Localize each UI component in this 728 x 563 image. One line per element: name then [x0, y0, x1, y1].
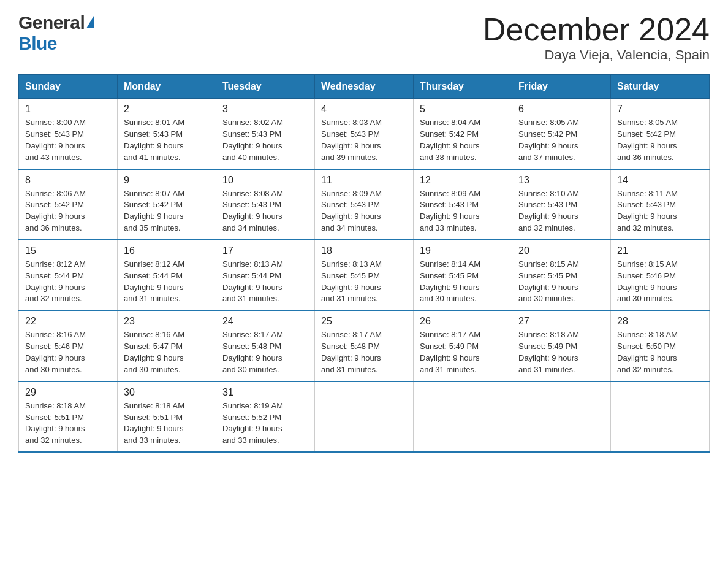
calendar-cell [414, 381, 512, 452]
weekday-header-thursday: Thursday [414, 75, 512, 99]
day-info: Sunrise: 8:16 AMSunset: 5:47 PMDaylight:… [124, 329, 210, 375]
calendar-table: SundayMondayTuesdayWednesdayThursdayFrid… [18, 74, 710, 453]
day-number: 6 [518, 104, 604, 115]
day-info: Sunrise: 8:09 AMSunset: 5:43 PMDaylight:… [420, 188, 506, 234]
calendar-cell: 13Sunrise: 8:10 AMSunset: 5:43 PMDayligh… [512, 169, 611, 240]
day-number: 20 [518, 245, 604, 256]
calendar-cell: 24Sunrise: 8:17 AMSunset: 5:48 PMDayligh… [216, 310, 315, 381]
day-info: Sunrise: 8:02 AMSunset: 5:43 PMDaylight:… [222, 117, 308, 163]
day-info: Sunrise: 8:15 AMSunset: 5:46 PMDaylight:… [617, 259, 703, 305]
day-number: 28 [617, 316, 703, 327]
day-info: Sunrise: 8:17 AMSunset: 5:48 PMDaylight:… [321, 329, 407, 375]
day-info: Sunrise: 8:11 AMSunset: 5:43 PMDaylight:… [617, 188, 703, 234]
day-info: Sunrise: 8:18 AMSunset: 5:51 PMDaylight:… [25, 400, 111, 446]
calendar-cell: 28Sunrise: 8:18 AMSunset: 5:50 PMDayligh… [611, 310, 710, 381]
day-info: Sunrise: 8:00 AMSunset: 5:43 PMDaylight:… [25, 117, 111, 163]
weekday-header-monday: Monday [118, 75, 216, 99]
calendar-cell: 15Sunrise: 8:12 AMSunset: 5:44 PMDayligh… [19, 240, 118, 310]
calendar-cell: 5Sunrise: 8:04 AMSunset: 5:42 PMDaylight… [414, 99, 512, 169]
day-number: 26 [420, 316, 506, 327]
day-number: 12 [420, 175, 506, 186]
day-info: Sunrise: 8:17 AMSunset: 5:49 PMDaylight:… [420, 329, 506, 375]
page-header: General Blue December 2024 Daya Vieja, V… [18, 12, 710, 63]
day-info: Sunrise: 8:17 AMSunset: 5:48 PMDaylight:… [222, 329, 308, 375]
day-info: Sunrise: 8:07 AMSunset: 5:42 PMDaylight:… [124, 188, 210, 234]
calendar-cell: 25Sunrise: 8:17 AMSunset: 5:48 PMDayligh… [315, 310, 414, 381]
calendar-week-row: 1Sunrise: 8:00 AMSunset: 5:43 PMDaylight… [19, 99, 710, 169]
day-info: Sunrise: 8:13 AMSunset: 5:45 PMDaylight:… [321, 259, 407, 305]
calendar-cell: 9Sunrise: 8:07 AMSunset: 5:42 PMDaylight… [118, 169, 216, 240]
day-number: 15 [25, 245, 111, 256]
calendar-cell [611, 381, 710, 452]
calendar-cell [512, 381, 611, 452]
day-number: 11 [321, 175, 407, 186]
day-info: Sunrise: 8:13 AMSunset: 5:44 PMDaylight:… [222, 259, 308, 305]
calendar-cell: 22Sunrise: 8:16 AMSunset: 5:46 PMDayligh… [19, 310, 118, 381]
day-number: 29 [25, 387, 111, 398]
day-info: Sunrise: 8:12 AMSunset: 5:44 PMDaylight:… [25, 259, 111, 305]
calendar-subtitle: Daya Vieja, Valencia, Spain [483, 47, 710, 63]
calendar-cell: 8Sunrise: 8:06 AMSunset: 5:42 PMDaylight… [19, 169, 118, 240]
day-number: 7 [617, 104, 703, 115]
day-info: Sunrise: 8:18 AMSunset: 5:49 PMDaylight:… [518, 329, 604, 375]
day-number: 9 [124, 175, 210, 186]
day-info: Sunrise: 8:05 AMSunset: 5:42 PMDaylight:… [617, 117, 703, 163]
calendar-cell: 21Sunrise: 8:15 AMSunset: 5:46 PMDayligh… [611, 240, 710, 310]
calendar-cell: 31Sunrise: 8:19 AMSunset: 5:52 PMDayligh… [216, 381, 315, 452]
day-info: Sunrise: 8:15 AMSunset: 5:45 PMDaylight:… [518, 259, 604, 305]
calendar-cell: 7Sunrise: 8:05 AMSunset: 5:42 PMDaylight… [611, 99, 710, 169]
weekday-header-friday: Friday [512, 75, 611, 99]
day-info: Sunrise: 8:08 AMSunset: 5:43 PMDaylight:… [222, 188, 308, 234]
weekday-header-row: SundayMondayTuesdayWednesdayThursdayFrid… [19, 75, 710, 99]
day-number: 18 [321, 245, 407, 256]
calendar-cell: 12Sunrise: 8:09 AMSunset: 5:43 PMDayligh… [414, 169, 512, 240]
calendar-cell: 17Sunrise: 8:13 AMSunset: 5:44 PMDayligh… [216, 240, 315, 310]
day-number: 30 [124, 387, 210, 398]
logo-blue: Blue [18, 33, 57, 54]
day-number: 5 [420, 104, 506, 115]
day-info: Sunrise: 8:01 AMSunset: 5:43 PMDaylight:… [124, 117, 210, 163]
day-info: Sunrise: 8:06 AMSunset: 5:42 PMDaylight:… [25, 188, 111, 234]
day-info: Sunrise: 8:19 AMSunset: 5:52 PMDaylight:… [222, 400, 308, 446]
weekday-header-saturday: Saturday [611, 75, 710, 99]
calendar-cell: 2Sunrise: 8:01 AMSunset: 5:43 PMDaylight… [118, 99, 216, 169]
day-number: 25 [321, 316, 407, 327]
day-number: 2 [124, 104, 210, 115]
calendar-week-row: 8Sunrise: 8:06 AMSunset: 5:42 PMDaylight… [19, 169, 710, 240]
day-number: 19 [420, 245, 506, 256]
calendar-cell: 4Sunrise: 8:03 AMSunset: 5:43 PMDaylight… [315, 99, 414, 169]
calendar-week-row: 15Sunrise: 8:12 AMSunset: 5:44 PMDayligh… [19, 240, 710, 310]
calendar-cell: 16Sunrise: 8:12 AMSunset: 5:44 PMDayligh… [118, 240, 216, 310]
calendar-cell: 11Sunrise: 8:09 AMSunset: 5:43 PMDayligh… [315, 169, 414, 240]
day-info: Sunrise: 8:12 AMSunset: 5:44 PMDaylight:… [124, 259, 210, 305]
calendar-cell: 20Sunrise: 8:15 AMSunset: 5:45 PMDayligh… [512, 240, 611, 310]
day-number: 24 [222, 316, 308, 327]
weekday-header-tuesday: Tuesday [216, 75, 315, 99]
calendar-cell: 6Sunrise: 8:05 AMSunset: 5:42 PMDaylight… [512, 99, 611, 169]
day-info: Sunrise: 8:18 AMSunset: 5:51 PMDaylight:… [124, 400, 210, 446]
day-number: 22 [25, 316, 111, 327]
weekday-header-sunday: Sunday [19, 75, 118, 99]
day-info: Sunrise: 8:16 AMSunset: 5:46 PMDaylight:… [25, 329, 111, 375]
calendar-cell: 30Sunrise: 8:18 AMSunset: 5:51 PMDayligh… [118, 381, 216, 452]
logo-general: General [18, 12, 85, 33]
logo: General Blue [18, 12, 94, 54]
day-number: 17 [222, 245, 308, 256]
logo-triangle-icon [86, 16, 94, 28]
calendar-cell: 26Sunrise: 8:17 AMSunset: 5:49 PMDayligh… [414, 310, 512, 381]
day-number: 4 [321, 104, 407, 115]
day-info: Sunrise: 8:10 AMSunset: 5:43 PMDaylight:… [518, 188, 604, 234]
day-info: Sunrise: 8:18 AMSunset: 5:50 PMDaylight:… [617, 329, 703, 375]
day-number: 16 [124, 245, 210, 256]
day-number: 1 [25, 104, 111, 115]
weekday-header-wednesday: Wednesday [315, 75, 414, 99]
day-info: Sunrise: 8:03 AMSunset: 5:43 PMDaylight:… [321, 117, 407, 163]
calendar-cell: 3Sunrise: 8:02 AMSunset: 5:43 PMDaylight… [216, 99, 315, 169]
day-number: 23 [124, 316, 210, 327]
day-number: 27 [518, 316, 604, 327]
calendar-cell [315, 381, 414, 452]
calendar-title: December 2024 [483, 12, 710, 47]
day-number: 21 [617, 245, 703, 256]
calendar-cell: 1Sunrise: 8:00 AMSunset: 5:43 PMDaylight… [19, 99, 118, 169]
day-number: 13 [518, 175, 604, 186]
